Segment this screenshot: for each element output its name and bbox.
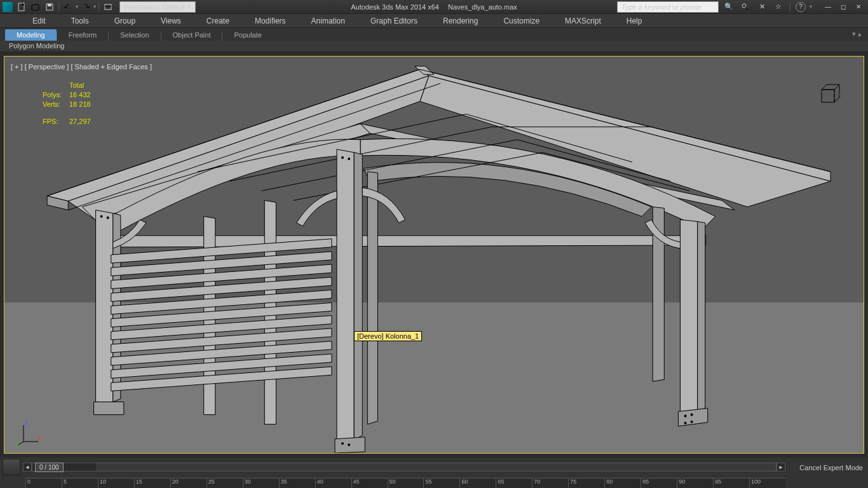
viewport-label[interactable]: [ + ] [ Perspective ] [ Shaded + Edged F… [11,63,152,71]
redo-button[interactable] [79,1,92,13]
save-button[interactable] [43,1,56,13]
titlebar: ▾ ▾ Workspace: Default ▼ Autodesk 3ds Ma… [0,0,868,14]
key-icon[interactable] [739,1,752,13]
ruler-tick: 80 [604,478,641,488]
ruler-tick: 85 [641,478,677,488]
svg-text:x: x [37,434,41,442]
quick-access-toolbar: ▾ ▾ Workspace: Default ▼ [15,1,196,13]
stats-fps-value: 27,297 [69,117,91,126]
svg-point-55 [341,442,344,445]
svg-rect-2 [48,4,51,6]
menu-tools[interactable]: Tools [67,15,93,27]
svg-point-58 [691,414,693,416]
window-title: Autodesk 3ds Max 2014 x64 Naves_dlya_aut… [351,3,517,11]
app-name: Autodesk 3ds Max 2014 x64 [351,3,439,11]
tab-object-paint[interactable]: Object Paint [161,29,222,41]
ruler-tick: 5 [62,478,98,488]
timeline-scroll-left[interactable]: ◄ [23,463,32,471]
menu-customize[interactable]: Customize [499,15,543,27]
menu-maxscript[interactable]: MAXScript [561,15,605,27]
menubar: Edit Tools Group Views Create Modifiers … [0,14,868,28]
menu-modifiers[interactable]: Modifiers [251,15,290,27]
statistics-overlay: Total Polys:16 432 Verts:18 218 FPS:27,2… [43,81,91,126]
stats-polys-value: 16 432 [69,90,91,100]
ruler-tick: 10 [98,478,134,488]
svg-point-51 [100,215,103,218]
minimize-button[interactable]: — [821,2,835,12]
menu-graph-editors[interactable]: Graph Editors [367,15,421,27]
ribbon-panel[interactable]: Polygon Modeling [0,41,868,52]
search-input[interactable]: Type a keyword or phrase [617,1,719,13]
svg-marker-29 [337,149,354,440]
tab-selection[interactable]: Selection [109,29,160,41]
svg-marker-39 [678,409,707,426]
ruler-tick: 50 [388,478,424,488]
menu-rendering[interactable]: Rendering [439,15,482,27]
menu-help[interactable]: Help [623,15,646,27]
svg-text:y: y [16,439,20,447]
timeline-scroll-right[interactable]: ► [776,463,785,471]
ruler-tick: 35 [279,478,315,488]
search-icon[interactable]: 🔍 [722,1,735,13]
stats-header: Total [69,81,91,90]
search-placeholder: Type a keyword or phrase [621,3,702,11]
exchange-icon[interactable]: ✕ [756,1,768,13]
favorites-icon[interactable]: ☆ [772,1,785,13]
ruler-tick: 25 [207,478,243,488]
axis-gizmo[interactable]: z x y [16,421,41,447]
undo-button[interactable] [62,1,74,13]
ruler-tick: 70 [532,478,568,488]
timeline-frame-indicator[interactable]: 0 / 100 [35,463,64,472]
chevron-down-icon: ▼ [186,4,191,10]
viewport-container: [ + ] [ Perspective ] [ Shaded + Edged F… [0,52,868,458]
object-tooltip: [Derevo] Kolonna_1 [354,331,422,341]
side-slats [111,239,332,391]
model-render [4,57,864,453]
ruler-tick: 30 [243,478,279,488]
menu-animation[interactable]: Animation [308,15,349,27]
viewport[interactable]: [ + ] [ Perspective ] [ Shaded + Edged F… [4,56,864,454]
svg-point-59 [684,422,687,424]
svg-marker-27 [96,210,113,402]
open-file-button[interactable] [29,1,42,13]
menu-edit[interactable]: Edit [29,15,50,27]
timeline-track[interactable]: 0 / 100 [32,463,776,471]
svg-text:FRONT: FRONT [823,92,844,99]
timeline-ruler[interactable]: 0 5 10 15 20 25 30 35 40 45 50 55 60 65 … [25,478,785,488]
svg-point-53 [341,156,344,159]
svg-marker-34 [367,172,377,424]
stats-verts-label: Verts: [43,100,69,109]
workspace-dropdown[interactable]: Workspace: Default ▼ [119,1,196,13]
stats-fps-label: FPS: [43,117,69,126]
ribbon-expand-icon[interactable]: ▾ ▴ [852,30,862,38]
project-button[interactable] [102,1,114,13]
viewcube[interactable]: FRONT [817,82,844,106]
close-button[interactable]: ✕ [851,2,865,12]
menu-group[interactable]: Group [111,15,139,27]
new-file-button[interactable] [15,1,28,13]
svg-point-52 [107,217,109,219]
svg-marker-30 [354,152,362,440]
tab-modeling[interactable]: Modeling [5,29,57,41]
svg-text:z: z [25,421,29,426]
expert-mode-toggle[interactable]: Cancel Expert Mode [799,464,863,471]
svg-point-56 [348,444,350,446]
menu-views[interactable]: Views [157,15,185,27]
tab-populate[interactable]: Populate [222,29,273,41]
workspace-label: Workspace: Default [124,3,185,11]
time-slider-handle[interactable] [3,459,20,475]
tab-freeform[interactable]: Freeform [57,29,109,41]
menu-create[interactable]: Create [203,15,233,27]
svg-point-57 [684,415,687,417]
svg-marker-37 [94,402,124,414]
app-logo-icon [3,2,13,12]
svg-marker-32 [698,222,705,412]
ribbon-tabs: Modeling Freeform Selection Object Paint… [0,28,868,41]
help-icon[interactable]: ? [796,2,806,12]
maximize-button[interactable]: ◻ [836,2,850,12]
timeline: ◄ 0 / 100 ► [0,458,868,477]
ruler-tick: 90 [677,478,713,488]
ruler-tick: 55 [423,478,459,488]
svg-marker-31 [680,220,697,415]
ruler-tick: 45 [351,478,388,488]
